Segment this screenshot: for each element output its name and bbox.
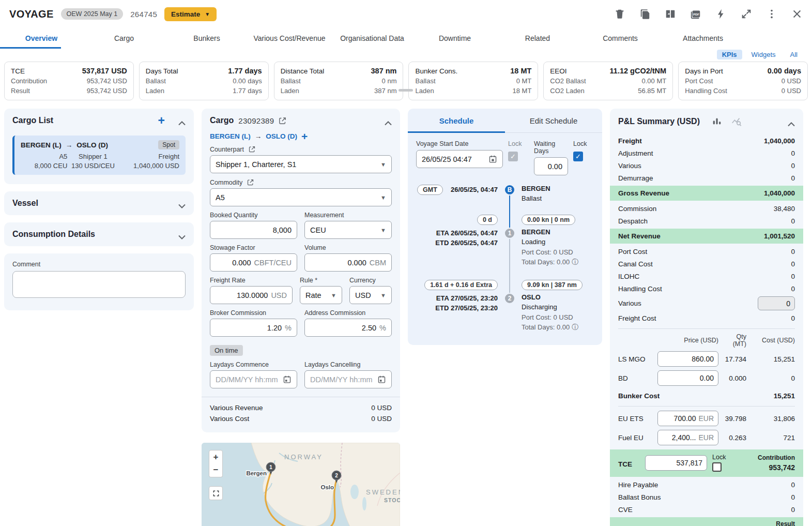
lsmgo-price-value: 860.00 xyxy=(662,355,714,363)
tab-cargo[interactable]: Cargo xyxy=(83,28,165,49)
panel-resize-handle[interactable] xyxy=(399,89,413,92)
info-icon[interactable]: ⓘ xyxy=(572,323,578,331)
tab-downtime[interactable]: Downtime xyxy=(413,28,496,49)
comment-textarea[interactable] xyxy=(12,271,186,298)
delete-icon[interactable] xyxy=(614,8,625,20)
kpi-sub-value: 56.85 MT xyxy=(638,86,666,96)
stop1-activity: Loading xyxy=(522,238,545,246)
tab-comments[interactable]: Comments xyxy=(579,28,662,49)
calendar-icon[interactable] xyxy=(283,375,292,384)
voyage-start-date-input[interactable]: 26/05/25 04:47 xyxy=(416,150,503,168)
view-widgets-link[interactable]: Widgets xyxy=(746,50,781,59)
tab-attachments[interactable]: Attachments xyxy=(662,28,744,49)
voyage-start-lock-checkbox[interactable]: ✓ xyxy=(508,152,518,161)
tab-various-cost-revenue[interactable]: Various Cost/Revenue xyxy=(248,28,331,49)
waiting-days-input[interactable]: 0.00 xyxy=(534,157,568,175)
calendar-icon[interactable] xyxy=(488,155,497,163)
bd-price-input[interactable]: 0.00 xyxy=(657,370,718,386)
various-cost-input[interactable]: 0 xyxy=(758,296,795,310)
currency-select[interactable]: USD▼ xyxy=(349,286,392,304)
kpi-label: Days Total xyxy=(146,66,178,76)
pnl-row-label: Commission xyxy=(618,205,656,213)
map-fullscreen-button[interactable] xyxy=(209,486,223,500)
route-from-link[interactable]: BERGEN (L) xyxy=(210,132,251,140)
tab-overview[interactable]: Overview xyxy=(0,28,83,49)
rule-value: Rate xyxy=(305,291,327,299)
tab-schedule-view[interactable]: Schedule xyxy=(408,109,505,132)
copy-icon[interactable] xyxy=(639,8,651,20)
bolt-icon[interactable] xyxy=(715,8,727,20)
external-link-icon[interactable] xyxy=(248,145,256,153)
pnl-row-value: 0 xyxy=(791,174,795,182)
bar-chart-icon[interactable] xyxy=(711,116,723,127)
pnl-row-port-cost: Port Cost0 xyxy=(618,245,795,258)
fuel-eu-label: Fuel EU xyxy=(618,434,652,442)
info-icon[interactable]: ⓘ xyxy=(572,258,578,266)
rule-select[interactable]: Rate▼ xyxy=(300,286,342,304)
cargo-list-item[interactable]: BERGEN (L) → OSLO (D) Spot A5 Shipper 1 … xyxy=(12,136,186,175)
fuel-eu-price-input[interactable]: 2,400...EUR xyxy=(657,430,718,445)
lsmgo-cost: 15,251 xyxy=(752,355,795,363)
bunker-row-lsmgo: LS MGO 860.00 17.734 15,251 xyxy=(618,351,795,367)
address-commission-input[interactable]: 2.50% xyxy=(304,319,392,337)
address-commission-value: 2.50 xyxy=(310,324,376,332)
tce-lock-checkbox[interactable] xyxy=(712,462,722,472)
laydays-cancelling-input[interactable]: DD/MM/YY hh:mm xyxy=(304,370,392,388)
spot-badge: Spot xyxy=(158,140,179,149)
scatter-chart-icon[interactable] xyxy=(731,116,742,127)
add-port-icon[interactable]: + xyxy=(301,133,308,140)
book-compare-icon[interactable] xyxy=(665,8,676,20)
add-cargo-icon[interactable]: + xyxy=(158,116,165,125)
map-label-stockholm: STOC xyxy=(384,497,400,503)
fuel-eu-qty: 0.263 xyxy=(724,434,746,442)
chevron-down-icon[interactable] xyxy=(178,201,186,206)
expand-icon[interactable] xyxy=(741,8,752,20)
eu-ets-price-input[interactable]: 700.00EUR xyxy=(657,411,718,426)
view-kpis-link[interactable]: KPIs xyxy=(717,50,742,59)
broker-commission-input[interactable]: 1.20% xyxy=(210,319,297,337)
chevron-up-icon[interactable] xyxy=(178,118,186,123)
map-zoom-out-button[interactable]: − xyxy=(209,463,223,477)
freight-rate-input[interactable]: 130.0000USD xyxy=(210,286,293,304)
pnl-row-various: Various0 xyxy=(618,159,795,172)
tab-bunkers[interactable]: Bunkers xyxy=(165,28,248,49)
view-all-link[interactable]: All xyxy=(785,50,803,59)
measurement-select[interactable]: CEU▼ xyxy=(304,221,392,239)
tce-input[interactable]: 537,817 xyxy=(645,455,707,471)
counterpart-select[interactable]: Shipper 1, Charterer, S1▼ xyxy=(210,155,392,173)
freight-rate-label: Freight Rate xyxy=(210,277,293,284)
chevron-down-icon[interactable] xyxy=(178,232,186,237)
map-zoom-in-button[interactable]: + xyxy=(209,450,223,464)
external-link-icon[interactable] xyxy=(247,178,254,186)
route-to-link[interactable]: OSLO (D) xyxy=(266,132,297,140)
laydays-commence-input[interactable]: DD/MM/YY hh:mm xyxy=(210,370,297,388)
tab-edit-schedule[interactable]: Edit Schedule xyxy=(505,109,602,132)
lsmgo-price-input[interactable]: 860.00 xyxy=(657,351,718,367)
commodity-select[interactable]: A5▼ xyxy=(210,188,392,206)
stop1-total-days: Total Days: 0.00ⓘ xyxy=(522,258,578,267)
calendar-icon[interactable] xyxy=(377,375,386,384)
caret-down-icon: ▼ xyxy=(205,11,210,17)
svg-text:1: 1 xyxy=(269,464,272,470)
waiting-days-lock-checkbox[interactable]: ✓ xyxy=(573,152,583,161)
booked-quantity-input[interactable]: 8,000 xyxy=(210,221,297,239)
route-map[interactable]: NORWAY SWEDEN STOC Bergen Oslo North Sea… xyxy=(202,443,400,526)
estimate-dropdown-button[interactable]: Estimate ▼ xyxy=(164,7,217,21)
pnl-row-value: 0 xyxy=(791,149,795,157)
close-icon[interactable] xyxy=(791,8,803,20)
external-link-icon[interactable] xyxy=(278,116,287,125)
consumption-panel-title: Consumption Details xyxy=(12,230,95,239)
pdf-export-icon[interactable]: PDF xyxy=(690,8,701,20)
volume-input[interactable]: 0.000CBM xyxy=(304,253,392,272)
tab-related[interactable]: Related xyxy=(496,28,579,49)
cargo-item-freight-label: Freight xyxy=(119,153,179,160)
leg1-speed-pill: 0.00 kn | 0 nm xyxy=(522,215,575,225)
stowage-factor-input[interactable]: 0.000CBFT/CEU xyxy=(210,253,297,272)
kpi-card-distance-total: Distance Total387 nm Ballast0 nm Laden38… xyxy=(274,62,404,100)
chevron-up-icon[interactable] xyxy=(788,119,795,124)
chevron-up-icon[interactable] xyxy=(385,118,392,123)
tab-organisational-data[interactable]: Organisational Data xyxy=(331,28,413,49)
kpi-sub-label: CO2 Ballast xyxy=(550,76,586,86)
cargo-item-from: BERGEN (L) xyxy=(21,141,62,149)
kebab-menu-icon[interactable] xyxy=(766,8,777,20)
